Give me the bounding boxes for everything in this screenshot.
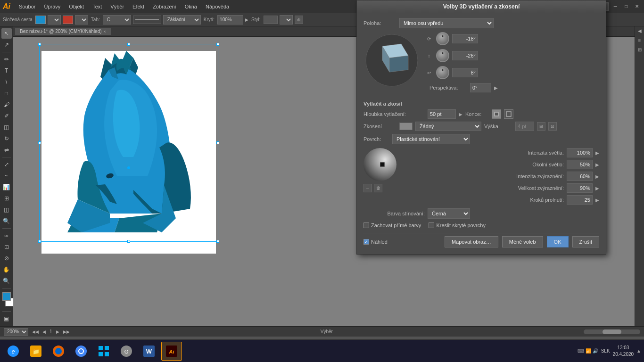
kreslit-povrchy-box[interactable] [429,222,434,228]
menu-napoveda[interactable]: Nápověda [202,3,233,10]
velikost-zvyrazneni-input[interactable] [567,183,593,193]
nahled-checkbox[interactable]: Náhled [363,239,388,245]
rot-z-dial[interactable] [436,66,449,79]
cap-btn-2[interactable] [504,109,513,119]
slice-tool[interactable]: ⊘ [1,253,12,263]
fill-type-select[interactable]: ▼ [48,15,61,25]
rot-x-input[interactable] [452,34,478,43]
kroky-prolnuti-arrow[interactable]: ▶ [595,197,599,203]
eraser-tool[interactable]: ◫ [1,122,12,132]
menu-efekt[interactable]: Efekt [129,3,148,10]
scale-tool[interactable]: ⤢ [1,159,12,170]
kroky-prolnuti-input[interactable] [567,195,593,205]
taskbar-ie[interactable]: e [3,342,24,361]
rotate-tool[interactable]: ↻ [1,133,12,144]
intenzita-svetla-input[interactable] [567,148,593,157]
perspektiva-arrow[interactable]: ▶ [494,85,498,90]
select-tool[interactable]: ↖ [1,28,12,39]
povrch-select[interactable]: Plastické stínování [392,134,470,144]
rot-x-dial[interactable] [436,32,449,45]
gradient-tool[interactable]: ◫ [1,205,12,215]
rot-y-dial[interactable] [436,49,449,62]
nav-next[interactable]: ▶▶ [63,329,70,334]
stroke-style-select[interactable]: Základní [163,15,201,25]
minimize-button[interactable]: ─ [611,4,619,9]
taskbar-illustrator[interactable]: Ai [161,342,182,361]
opacity-input[interactable] [217,15,243,25]
zoom-tool[interactable]: 🔍 [1,276,12,286]
menu-text[interactable]: Text [89,3,106,10]
menu-upravy[interactable]: Úpravy [40,3,64,10]
taskbar-chrome[interactable] [71,342,91,361]
light-sphere[interactable] [363,148,396,181]
type-tool[interactable]: T [1,66,12,76]
line-tool[interactable]: \ [1,77,12,87]
menu-objekt[interactable]: Objekt [65,3,88,10]
scroll-thumb[interactable] [603,329,621,334]
zachovat-barvy-checkbox[interactable]: Zachovat přímé barvy [363,222,421,228]
panel-properties-icon[interactable]: ⊞ [636,47,644,55]
taskbar-greasy[interactable]: G [116,342,137,361]
global-icon[interactable]: ⊕ [295,16,303,24]
maximize-button[interactable]: □ [622,4,630,9]
close-button[interactable]: ✕ [633,4,641,9]
velikost-zvyrazneni-arrow[interactable]: ▶ [595,186,599,191]
paintbrush-tool[interactable]: 🖌 [1,99,12,110]
taskbar-explorer[interactable]: 📁 [25,342,46,361]
pen-tool[interactable]: ✏ [1,54,12,65]
vyska-input[interactable] [515,122,534,131]
kreslit-povrchy-checkbox[interactable]: Kreslit skryté povrchy [429,222,486,228]
menu-soubor[interactable]: Soubor [15,3,39,10]
nahled-box[interactable] [363,239,369,245]
graph-tool[interactable]: 📊 [1,182,12,192]
tah-select[interactable]: C [103,15,131,25]
opacity-arrow[interactable]: ▶ [245,17,248,22]
rect-tool[interactable]: □ [1,88,12,99]
style-box[interactable] [264,16,278,24]
tab-close[interactable]: × [104,29,106,34]
zoom-select[interactable]: 200% [4,328,28,336]
scroll-track[interactable] [584,329,640,334]
style-select[interactable]: ▼ [280,15,293,25]
light-dot[interactable] [380,162,385,167]
hand-tool[interactable]: ✋ [1,264,12,275]
fill-swatch[interactable] [35,16,46,24]
menu-okna[interactable]: Okna [181,3,201,10]
mesh-tool[interactable]: ⊞ [1,193,12,204]
taskbar-firefox[interactable] [48,342,69,361]
zrusit-button[interactable]: Zrušit [572,236,600,247]
taskbar-notification[interactable]: ▲ [636,348,641,354]
light-remove-icon[interactable]: 🗑 [374,184,382,192]
screen-mode[interactable]: ▣ [1,313,12,324]
rot-z-input[interactable] [452,68,478,77]
panel-arrow-icon[interactable]: ◀ [636,28,644,36]
document-tab[interactable]: Bez názvu-1* @ 200% (CMYK/Náhled) × [15,28,111,35]
perspektiva-input[interactable] [470,83,491,92]
foreground-swatch[interactable] [2,292,11,301]
okoli-svetlo-arrow[interactable]: ▶ [595,162,599,167]
zachovat-barvy-box[interactable] [363,222,369,228]
nav-prev[interactable]: ◀◀ [32,329,39,334]
menu-vyber[interactable]: Výběr [107,3,128,10]
artboard-tool[interactable]: ⊡ [1,242,12,252]
warp-tool[interactable]: ~ [1,171,12,181]
panel-layers-icon[interactable]: ≡ [636,38,644,45]
bevel-icon-2[interactable]: ⊡ [548,122,557,131]
barva-stinovani-select[interactable]: Černá [428,208,470,219]
rot-y-input[interactable] [452,51,478,60]
direct-select-tool[interactable]: ↗ [1,40,12,50]
okoli-svetlo-input[interactable] [567,160,593,169]
mene-voleb-button[interactable]: Méně voleb [502,236,543,247]
intenzita-svetla-arrow[interactable]: ▶ [595,150,599,156]
blend-tool[interactable]: ∞ [1,230,12,241]
ok-button[interactable]: OK [547,236,569,247]
cap-btn-1[interactable] [492,109,501,119]
nav-right[interactable]: ▶ [56,329,59,334]
poloha-select[interactable]: Mimo osu vpředu [399,18,494,28]
intenzita-zvyrazneni-input[interactable] [567,172,593,181]
intenzita-zvyrazneni-arrow[interactable]: ▶ [595,174,599,179]
hloubka-input[interactable] [428,109,456,119]
hloubka-arrow[interactable]: ▶ [459,112,462,117]
menu-zobrazeni[interactable]: Zobrazení [149,3,180,10]
stroke-type-select[interactable]: ▼ [75,15,88,25]
